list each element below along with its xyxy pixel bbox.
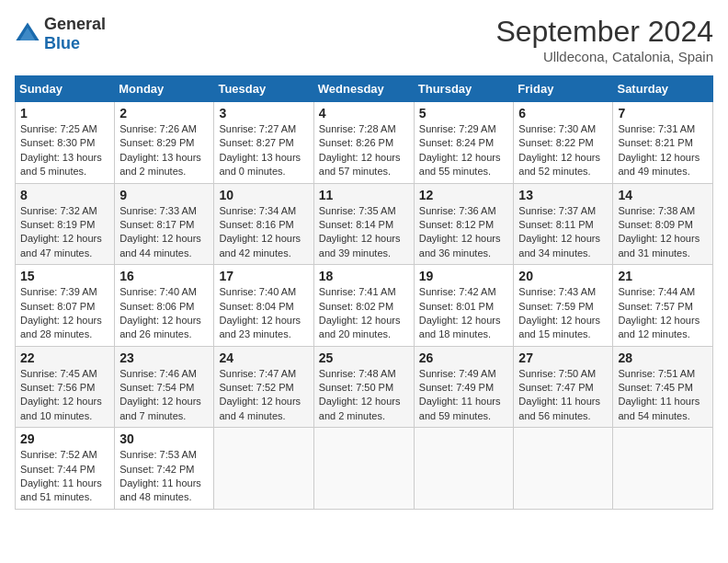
table-row: 23 Sunrise: 7:46 AM Sunset: 7:54 PM Dayl…: [115, 346, 214, 428]
day-number: 22: [20, 350, 109, 365]
table-row: 11 Sunrise: 7:35 AM Sunset: 8:14 PM Dayl…: [313, 183, 414, 265]
table-row: 21 Sunrise: 7:44 AM Sunset: 7:57 PM Dayl…: [613, 265, 713, 347]
table-row: 24 Sunrise: 7:47 AM Sunset: 7:52 PM Dayl…: [214, 346, 313, 428]
day-number: 30: [119, 431, 209, 446]
day-info: Sunrise: 7:41 AM Sunset: 8:02 PM Dayligh…: [319, 285, 409, 342]
header-monday: Monday: [115, 76, 214, 102]
day-number: 2: [119, 106, 209, 121]
day-number: 27: [518, 350, 608, 365]
calendar-week-row: 8 Sunrise: 7:32 AM Sunset: 8:19 PM Dayli…: [16, 183, 713, 265]
day-number: 24: [219, 350, 308, 365]
table-row: 5 Sunrise: 7:29 AM Sunset: 8:24 PM Dayli…: [414, 102, 514, 184]
header-wednesday: Wednesday: [313, 76, 414, 102]
day-number: 29: [20, 431, 109, 446]
table-row: [214, 428, 313, 510]
day-info: Sunrise: 7:53 AM Sunset: 7:42 PM Dayligh…: [119, 448, 209, 505]
table-row: 6 Sunrise: 7:30 AM Sunset: 8:22 PM Dayli…: [514, 102, 613, 184]
day-number: 28: [618, 350, 708, 365]
day-info: Sunrise: 7:50 AM Sunset: 7:47 PM Dayligh…: [518, 367, 608, 424]
day-info: Sunrise: 7:31 AM Sunset: 8:21 PM Dayligh…: [618, 122, 708, 179]
logo-blue: Blue: [44, 34, 80, 52]
day-number: 17: [219, 269, 308, 283]
logo: General Blue: [15, 15, 106, 53]
calendar-week-row: 15 Sunrise: 7:39 AM Sunset: 8:07 PM Dayl…: [16, 265, 713, 347]
day-info: Sunrise: 7:28 AM Sunset: 8:26 PM Dayligh…: [319, 122, 409, 179]
day-info: Sunrise: 7:47 AM Sunset: 7:52 PM Dayligh…: [219, 367, 308, 424]
day-number: 18: [319, 269, 409, 283]
table-row: 3 Sunrise: 7:27 AM Sunset: 8:27 PM Dayli…: [214, 102, 313, 184]
day-info: Sunrise: 7:45 AM Sunset: 7:56 PM Dayligh…: [20, 367, 109, 424]
calendar-week-row: 29 Sunrise: 7:52 AM Sunset: 7:44 PM Dayl…: [16, 428, 713, 510]
table-row: 17 Sunrise: 7:40 AM Sunset: 8:04 PM Dayl…: [214, 265, 313, 347]
table-row: 30 Sunrise: 7:53 AM Sunset: 7:42 PM Dayl…: [115, 428, 214, 510]
table-row: 4 Sunrise: 7:28 AM Sunset: 8:26 PM Dayli…: [313, 102, 414, 184]
day-info: Sunrise: 7:46 AM Sunset: 7:54 PM Dayligh…: [119, 367, 209, 424]
logo-general: General: [44, 15, 106, 33]
table-row: 29 Sunrise: 7:52 AM Sunset: 7:44 PM Dayl…: [16, 428, 115, 510]
day-info: Sunrise: 7:33 AM Sunset: 8:17 PM Dayligh…: [119, 204, 209, 261]
day-number: 12: [419, 188, 509, 202]
day-number: 23: [119, 350, 209, 365]
title-block: September 2024 Ulldecona, Catalonia, Spa…: [495, 15, 713, 64]
table-row: 15 Sunrise: 7:39 AM Sunset: 8:07 PM Dayl…: [16, 265, 115, 347]
calendar-week-row: 22 Sunrise: 7:45 AM Sunset: 7:56 PM Dayl…: [16, 346, 713, 428]
day-info: Sunrise: 7:34 AM Sunset: 8:16 PM Dayligh…: [219, 204, 308, 261]
table-row: 13 Sunrise: 7:37 AM Sunset: 8:11 PM Dayl…: [514, 183, 613, 265]
header-friday: Friday: [514, 76, 613, 102]
table-row: 12 Sunrise: 7:36 AM Sunset: 8:12 PM Dayl…: [414, 183, 514, 265]
day-number: 16: [119, 269, 209, 283]
table-row: 20 Sunrise: 7:43 AM Sunset: 7:59 PM Dayl…: [514, 265, 613, 347]
day-info: Sunrise: 7:40 AM Sunset: 8:06 PM Dayligh…: [119, 285, 209, 342]
table-row: 8 Sunrise: 7:32 AM Sunset: 8:19 PM Dayli…: [16, 183, 115, 265]
day-number: 6: [518, 106, 608, 121]
day-info: Sunrise: 7:52 AM Sunset: 7:44 PM Dayligh…: [20, 448, 109, 505]
day-number: 13: [518, 188, 608, 202]
table-row: 18 Sunrise: 7:41 AM Sunset: 8:02 PM Dayl…: [313, 265, 414, 347]
day-info: Sunrise: 7:27 AM Sunset: 8:27 PM Dayligh…: [219, 122, 308, 179]
table-row: 14 Sunrise: 7:38 AM Sunset: 8:09 PM Dayl…: [613, 183, 713, 265]
day-number: 1: [20, 106, 109, 121]
weekday-header-row: Sunday Monday Tuesday Wednesday Thursday…: [16, 76, 713, 102]
day-info: Sunrise: 7:30 AM Sunset: 8:22 PM Dayligh…: [518, 122, 608, 179]
table-row: 1 Sunrise: 7:25 AM Sunset: 8:30 PM Dayli…: [16, 102, 115, 184]
day-number: 21: [618, 269, 708, 283]
day-info: Sunrise: 7:43 AM Sunset: 7:59 PM Dayligh…: [518, 285, 608, 342]
table-row: 26 Sunrise: 7:49 AM Sunset: 7:49 PM Dayl…: [414, 346, 514, 428]
day-number: 20: [518, 269, 608, 283]
day-info: Sunrise: 7:38 AM Sunset: 8:09 PM Dayligh…: [618, 204, 708, 261]
location-title: Ulldecona, Catalonia, Spain: [495, 49, 713, 64]
logo-icon: [15, 21, 40, 47]
table-row: [514, 428, 613, 510]
table-row: 2 Sunrise: 7:26 AM Sunset: 8:29 PM Dayli…: [115, 102, 214, 184]
day-number: 14: [618, 188, 708, 202]
day-info: Sunrise: 7:26 AM Sunset: 8:29 PM Dayligh…: [119, 122, 209, 179]
day-info: Sunrise: 7:40 AM Sunset: 8:04 PM Dayligh…: [219, 285, 308, 342]
day-number: 26: [419, 350, 509, 365]
header-saturday: Saturday: [613, 76, 713, 102]
day-number: 15: [20, 269, 109, 283]
day-number: 11: [319, 188, 409, 202]
table-row: 19 Sunrise: 7:42 AM Sunset: 8:01 PM Dayl…: [414, 265, 514, 347]
day-number: 25: [319, 350, 409, 365]
table-row: 25 Sunrise: 7:48 AM Sunset: 7:50 PM Dayl…: [313, 346, 414, 428]
day-number: 19: [419, 269, 509, 283]
header-sunday: Sunday: [16, 76, 115, 102]
table-row: [613, 428, 713, 510]
header-tuesday: Tuesday: [214, 76, 313, 102]
table-row: 7 Sunrise: 7:31 AM Sunset: 8:21 PM Dayli…: [613, 102, 713, 184]
table-row: 16 Sunrise: 7:40 AM Sunset: 8:06 PM Dayl…: [115, 265, 214, 347]
day-number: 4: [319, 106, 409, 121]
table-row: 28 Sunrise: 7:51 AM Sunset: 7:45 PM Dayl…: [613, 346, 713, 428]
day-info: Sunrise: 7:35 AM Sunset: 8:14 PM Dayligh…: [319, 204, 409, 261]
day-number: 3: [219, 106, 308, 121]
day-number: 10: [219, 188, 308, 202]
day-info: Sunrise: 7:49 AM Sunset: 7:49 PM Dayligh…: [419, 367, 509, 424]
day-info: Sunrise: 7:29 AM Sunset: 8:24 PM Dayligh…: [419, 122, 509, 179]
table-row: [313, 428, 414, 510]
calendar-week-row: 1 Sunrise: 7:25 AM Sunset: 8:30 PM Dayli…: [16, 102, 713, 184]
day-info: Sunrise: 7:51 AM Sunset: 7:45 PM Dayligh…: [618, 367, 708, 424]
day-number: 7: [618, 106, 708, 121]
header-thursday: Thursday: [414, 76, 514, 102]
day-info: Sunrise: 7:39 AM Sunset: 8:07 PM Dayligh…: [20, 285, 109, 342]
calendar: Sunday Monday Tuesday Wednesday Thursday…: [15, 75, 713, 510]
